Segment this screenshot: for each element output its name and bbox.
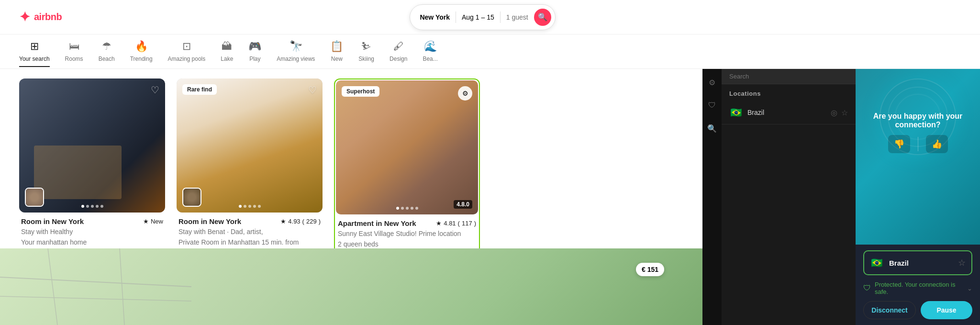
tab-label-trending: Trending <box>130 56 153 62</box>
vpn-location-brazil[interactable]: 🇧🇷 Brazil ◎ ☆ <box>722 101 856 124</box>
star-icon-2: ★ <box>280 218 286 225</box>
dot3-4 <box>411 207 413 210</box>
active-location-name: Brazil <box>889 259 952 267</box>
your-search-icon: ⊞ <box>30 40 39 53</box>
avatar-circle-1 <box>26 189 43 206</box>
logo[interactable]: ✦ airbnb <box>19 9 62 25</box>
search-button[interactable]: 🔍 <box>534 9 551 26</box>
tab-amazing-views[interactable]: 🔭 Amazing views <box>277 36 315 67</box>
vpn-question: Are you happy with your connection? <box>865 112 970 129</box>
tab-amazing-pools[interactable]: ⊡ Amazing pools <box>168 36 206 67</box>
vpn-active-location[interactable]: 🇧🇷 Brazil ☆ <box>863 250 972 275</box>
vpn-bottom-section: 🇧🇷 Brazil ☆ 🛡 Protected. Your connection… <box>856 245 980 325</box>
tab-beach[interactable]: ☂ Beach <box>99 36 115 67</box>
vpn-location-actions: ◎ ☆ <box>831 108 848 117</box>
dot-5 <box>100 205 103 208</box>
listing-desc1-3: Sunny East Village Studio! Prime locatio… <box>338 229 476 239</box>
tab-design[interactable]: 🖋 Design <box>390 36 407 67</box>
listing-rating-3: ★ 4.81 (117) <box>436 220 476 227</box>
star-icon-3: ★ <box>436 220 442 227</box>
search-dates[interactable]: Aug 1 – 15 <box>462 13 494 21</box>
avatar-circle-2 <box>183 189 200 206</box>
tab-label-new: New <box>331 56 343 62</box>
vpn-sidebar-settings[interactable]: ⚙ <box>704 75 720 90</box>
host-avatar-1 <box>25 188 44 207</box>
brazil-name: Brazil <box>747 109 826 116</box>
settings-button-3[interactable]: ⚙ <box>458 86 472 101</box>
tab-new[interactable]: 📋 New <box>330 36 343 67</box>
logo-icon: ✦ <box>19 9 30 25</box>
favorite-button-2[interactable]: ♡ <box>308 84 317 96</box>
listing-desc1-2: Stay with Benat · Dad, artist, <box>178 227 321 237</box>
vpn-protected-row: 🛡 Protected. Your connection is safe. ⌄ <box>863 281 972 295</box>
map-svg <box>0 248 702 325</box>
listing-image-3: Superhost ⚙ 4.8.0 <box>336 80 478 214</box>
title-row-1: Room in New York ★ New <box>21 217 163 225</box>
vpn-right-panel: Are you happy with your connection? 👎 👍 … <box>856 69 980 325</box>
vpn-sidebar: ⚙ 🛡 🔍 <box>702 69 722 325</box>
expand-icon[interactable]: ⌄ <box>967 285 972 292</box>
map-price-pin[interactable]: € 151 <box>636 263 664 276</box>
main-content: ♡ Room in New York ★ New <box>0 69 980 325</box>
image-dots-3 <box>396 207 418 210</box>
tab-label-pools: Amazing pools <box>168 56 206 62</box>
vpn-signal-icon[interactable]: ◎ <box>831 108 837 117</box>
search-divider2 <box>500 11 501 23</box>
dot2-3 <box>248 205 251 208</box>
vpn-scroll-area[interactable]: 🇧🇷 Brazil ◎ ☆ <box>722 101 856 325</box>
dot3-3 <box>406 207 409 210</box>
search-bar[interactable]: New York Aug 1 – 15 1 guest 🔍 <box>410 4 555 30</box>
title-row-2: Room in New York ★ 4.93 (229) <box>178 217 321 225</box>
vpn-sidebar-shield[interactable]: 🛡 <box>704 98 720 113</box>
superhost-badge: Superhost <box>342 86 379 97</box>
search-location[interactable]: New York <box>420 13 450 21</box>
tab-rooms[interactable]: 🛏 Rooms <box>65 36 83 67</box>
tab-label-lake: Lake <box>221 56 233 62</box>
listing-image-1: ♡ <box>19 78 165 213</box>
vpn-locations-panel: ⚙ 🛡 🔍 Locations 🇧🇷 Brazil ◎ ☆ <box>702 69 856 325</box>
dot-3 <box>91 205 94 208</box>
dot-1 <box>81 205 84 208</box>
vpn-search-box <box>722 69 856 84</box>
vpn-sidebar-search[interactable]: 🔍 <box>704 121 720 136</box>
vpn-main-area: Locations 🇧🇷 Brazil ◎ ☆ <box>722 69 856 325</box>
svg-line-3 <box>120 248 124 325</box>
tab-label-design: Design <box>390 56 407 62</box>
svg-line-2 <box>48 248 57 325</box>
dot2-2 <box>244 205 246 208</box>
dot2-4 <box>253 205 256 208</box>
vpn-thumbsdown-button[interactable]: 👎 <box>888 135 910 153</box>
vpn-star-icon[interactable]: ☆ <box>841 108 848 117</box>
map-area[interactable]: € 151 <box>0 248 702 325</box>
vpn-search-input[interactable] <box>729 73 848 80</box>
dot-4 <box>96 205 99 208</box>
dot3-1 <box>396 207 399 210</box>
vpn-thumbsup-button[interactable]: 👍 <box>926 135 948 153</box>
tab-beach2[interactable]: 🌊 Bea... <box>423 36 437 67</box>
tab-label-play: Play <box>249 56 260 62</box>
search-guests[interactable]: 1 guest <box>506 13 528 21</box>
pools-icon: ⊡ <box>182 40 191 53</box>
vpn-locations-header: Locations <box>722 84 856 101</box>
tab-play[interactable]: 🎮 Play <box>248 36 261 67</box>
reviews-2: 229 <box>306 218 317 225</box>
tab-your-search[interactable]: ⊞ Your search <box>19 36 50 67</box>
new-icon: 📋 <box>330 40 343 53</box>
views-icon: 🔭 <box>290 40 302 53</box>
rooms-icon: 🛏 <box>69 40 79 53</box>
vpn-feedback-separator <box>918 137 918 151</box>
favorite-button-1[interactable]: ♡ <box>151 84 159 96</box>
pause-button[interactable]: Pause <box>921 301 972 319</box>
logo-text: airbnb <box>34 11 62 22</box>
disconnect-button[interactable]: Disconnect <box>863 301 916 319</box>
lake-icon: 🏔 <box>222 40 232 53</box>
tab-skiing[interactable]: ⛷ Skiing <box>358 36 374 67</box>
star-icon-1: ★ <box>143 218 149 225</box>
rating-value-3: 4.81 <box>444 220 456 227</box>
image-dots-1 <box>81 205 103 208</box>
nav-tabs: ⊞ Your search 🛏 Rooms ☂ Beach 🔥 Trending… <box>0 34 980 69</box>
listing-title-3: Apartment in New York <box>338 219 416 227</box>
tab-trending[interactable]: 🔥 Trending <box>130 36 153 67</box>
tab-lake[interactable]: 🏔 Lake <box>221 36 233 67</box>
active-location-star[interactable]: ☆ <box>958 258 966 268</box>
